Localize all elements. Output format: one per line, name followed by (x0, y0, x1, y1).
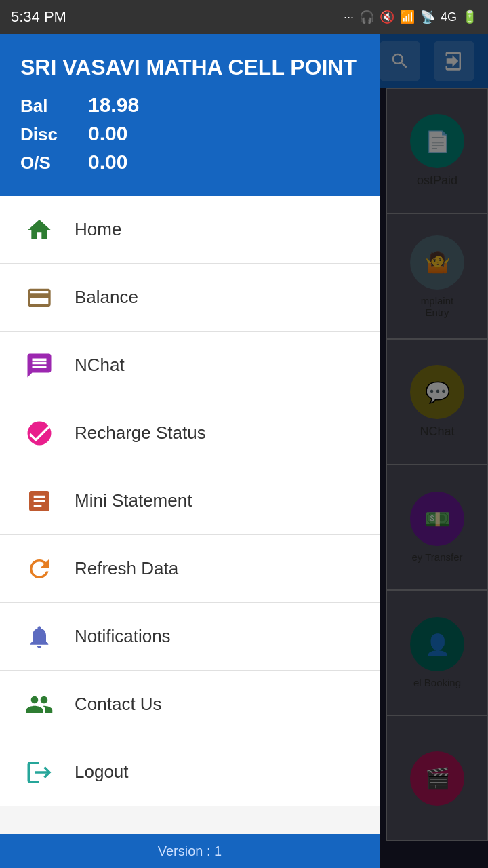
menu-item-home[interactable]: Home (0, 196, 380, 264)
menu-contact-us-label: Contact Us (75, 694, 162, 715)
status-time: 5:34 PM (11, 8, 66, 26)
shop-name: SRI VASAVI MATHA CELL POINT (20, 54, 359, 80)
menu-item-refresh-data[interactable]: Refresh Data (0, 535, 380, 603)
menu-nchat-label: NChat (75, 355, 125, 376)
contact-us-icon (20, 686, 58, 723)
drawer-footer: Version : 1 (0, 834, 380, 868)
menu-mini-statement-label: Mini Statement (75, 490, 192, 511)
recharge-status-icon (20, 414, 58, 452)
mini-statement-icon (20, 482, 58, 519)
menu-notifications-label: Notifications (75, 626, 171, 647)
menu-logout-label: Logout (75, 762, 129, 783)
disc-row: Disc 0.00 (20, 122, 359, 145)
refresh-data-icon (20, 550, 58, 587)
home-icon (20, 211, 58, 248)
menu-balance-label: Balance (75, 287, 138, 308)
menu-item-contact-us[interactable]: Contact Us (0, 671, 380, 738)
lte-icon: 4G (441, 10, 457, 24)
menu-refresh-data-label: Refresh Data (75, 558, 178, 579)
drawer-menu: Home Balance NChat (0, 196, 380, 834)
menu-item-notifications[interactable]: Notifications (0, 603, 380, 671)
notifications-icon (20, 618, 58, 655)
navigation-drawer: SRI VASAVI MATHA CELL POINT Bal 18.98 Di… (0, 34, 380, 868)
disc-label: Disc (20, 124, 75, 145)
balance-row: Bal 18.98 (20, 94, 359, 117)
menu-item-logout[interactable]: Logout (0, 738, 380, 806)
status-icons: ··· 🎧 🔇 📶 📡 4G 🔋 (344, 9, 477, 24)
signal-icon: 📡 (420, 9, 435, 24)
svg-point-0 (27, 421, 51, 445)
wifi-icon: 📶 (400, 9, 415, 24)
menu-item-balance[interactable]: Balance (0, 264, 380, 332)
menu-item-nchat[interactable]: NChat (0, 332, 380, 399)
drawer-header: SRI VASAVI MATHA CELL POINT Bal 18.98 Di… (0, 34, 380, 196)
menu-item-recharge-status[interactable]: Recharge Status (0, 399, 380, 467)
bal-value: 18.98 (88, 94, 139, 117)
os-row: O/S 0.00 (20, 151, 359, 174)
battery-icon: 🔋 (462, 9, 477, 24)
logout-icon (20, 753, 58, 791)
balance-icon (20, 279, 58, 316)
mute-icon: 🔇 (380, 9, 394, 24)
menu-item-mini-statement[interactable]: Mini Statement (0, 467, 380, 535)
bal-label: Bal (20, 96, 75, 117)
menu-home-label: Home (75, 219, 121, 240)
disc-value: 0.00 (88, 122, 127, 145)
os-value: 0.00 (88, 151, 127, 174)
version-text: Version : 1 (158, 844, 222, 859)
menu-recharge-status-label: Recharge Status (75, 422, 206, 443)
headphone-icon: 🎧 (359, 9, 374, 24)
signal-dots-icon: ··· (344, 10, 354, 24)
status-bar: 5:34 PM ··· 🎧 🔇 📶 📡 4G 🔋 (0, 0, 488, 34)
os-label: O/S (20, 153, 75, 174)
nchat-icon (20, 347, 58, 384)
